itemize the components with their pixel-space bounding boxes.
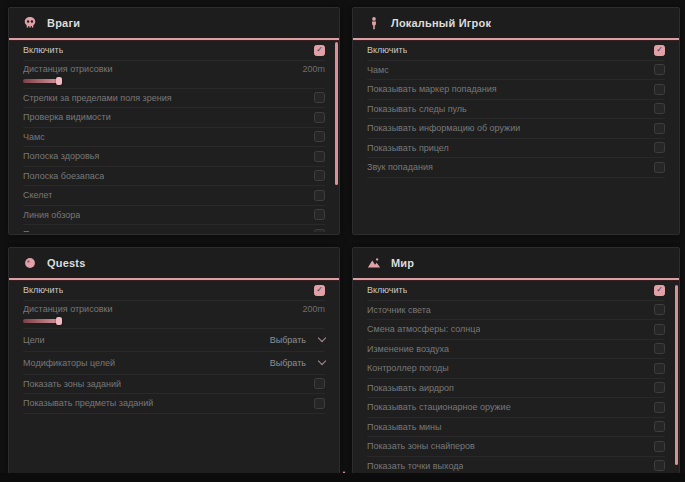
setting-label: Показывать прицел bbox=[367, 143, 449, 153]
setting-row: Показать зоны заданий bbox=[23, 375, 325, 395]
setting-label: Проверка видимости bbox=[23, 112, 111, 122]
setting-row: Линия обзора bbox=[23, 206, 325, 226]
bottom-strip bbox=[0, 473, 685, 482]
setting-row-slider: Дистанция отрисовки200m bbox=[23, 301, 325, 329]
distance-slider[interactable] bbox=[23, 79, 123, 83]
setting-row-select: ЦелиВыбрать bbox=[23, 329, 325, 352]
checkbox[interactable] bbox=[654, 103, 665, 114]
skull-icon bbox=[23, 16, 37, 30]
checkbox[interactable] bbox=[654, 363, 665, 374]
checkbox[interactable]: ✓ bbox=[654, 285, 665, 296]
slider-value: 200m bbox=[302, 304, 325, 314]
panel-local-player-header: Локальный Игрок bbox=[353, 8, 679, 40]
setting-row: Стрелки за пределами поля зрения bbox=[23, 89, 325, 109]
checkbox[interactable] bbox=[314, 151, 325, 162]
setting-label: Цели bbox=[23, 335, 45, 345]
panel-title: Мир bbox=[391, 257, 414, 269]
slider-thumb[interactable] bbox=[56, 317, 62, 325]
setting-row: Показывать мины bbox=[367, 418, 665, 438]
slider-value: 200m bbox=[302, 64, 325, 74]
setting-row: Показать точки выхода bbox=[367, 457, 665, 473]
checkbox[interactable] bbox=[654, 382, 665, 393]
checkbox[interactable] bbox=[314, 92, 325, 103]
checkbox[interactable] bbox=[314, 190, 325, 201]
checkbox[interactable] bbox=[654, 304, 665, 315]
setting-label: Показать точки выхода bbox=[367, 461, 463, 471]
checkbox[interactable] bbox=[654, 162, 665, 173]
setting-label: Показывать предметы заданий bbox=[23, 398, 153, 408]
setting-row: Показывать маркер попадания bbox=[367, 80, 665, 100]
panel-quests: Quests Включить✓Дистанция отрисовки200mЦ… bbox=[8, 247, 340, 475]
setting-label: Чамс bbox=[367, 65, 389, 75]
setting-label: Звук попадания bbox=[367, 162, 433, 172]
setting-row: Показывать следы пуль bbox=[367, 100, 665, 120]
checkbox[interactable] bbox=[314, 170, 325, 181]
setting-label: Чамс bbox=[23, 132, 45, 142]
checkbox[interactable]: ✓ bbox=[314, 45, 325, 56]
setting-label: Включить bbox=[367, 45, 407, 55]
checkbox[interactable] bbox=[314, 112, 325, 123]
checkbox[interactable] bbox=[654, 441, 665, 452]
select-dropdown[interactable]: Выбрать bbox=[270, 335, 325, 345]
setting-label: Показывать информацию об оружии bbox=[367, 123, 520, 133]
checkbox[interactable] bbox=[654, 324, 665, 335]
checkbox[interactable] bbox=[654, 343, 665, 354]
setting-label: Линия обзора bbox=[23, 210, 80, 220]
setting-row: Звук попадания bbox=[367, 158, 665, 178]
checkbox[interactable]: ✓ bbox=[654, 45, 665, 56]
panel-enemies: Враги Включить✓Дистанция отрисовки200mСт… bbox=[8, 7, 340, 235]
distance-slider[interactable] bbox=[23, 319, 123, 323]
setting-row: Чамс bbox=[367, 61, 665, 81]
panel-world-rows: Включить✓Источник светаСмена атмосферы: … bbox=[353, 281, 679, 472]
checkbox[interactable] bbox=[654, 421, 665, 432]
panel-title: Локальный Игрок bbox=[391, 17, 491, 29]
panel-local-player: Локальный Игрок Включить✓ЧамсПоказывать … bbox=[352, 7, 680, 235]
panel-enemies-header: Враги bbox=[9, 8, 339, 40]
scrollbar[interactable] bbox=[675, 285, 678, 465]
select-value: Выбрать bbox=[270, 335, 306, 345]
mountains-icon bbox=[367, 256, 381, 270]
setting-row-slider: Дистанция отрисовки200m bbox=[23, 61, 325, 89]
checkbox[interactable] bbox=[654, 84, 665, 95]
setting-row: Проверка видимости bbox=[23, 108, 325, 128]
checkbox[interactable] bbox=[314, 398, 325, 409]
setting-row: Изменение воздуха bbox=[367, 340, 665, 360]
setting-label: Показывать следы пуль bbox=[367, 104, 467, 114]
setting-row: Скелет bbox=[23, 186, 325, 206]
setting-label: Источник света bbox=[367, 305, 431, 315]
panel-world-header: Мир bbox=[353, 248, 679, 280]
chevron-down-icon bbox=[318, 334, 326, 342]
select-value: Выбрать bbox=[270, 358, 306, 368]
person-icon bbox=[367, 16, 381, 30]
checkbox[interactable] bbox=[654, 460, 665, 471]
slider-fill bbox=[23, 79, 59, 83]
checkbox[interactable] bbox=[314, 378, 325, 389]
checkbox[interactable]: ✓ bbox=[314, 285, 325, 296]
setting-row: Источник света bbox=[367, 301, 665, 321]
setting-label: Показать зоны заданий bbox=[23, 379, 121, 389]
checkbox[interactable] bbox=[314, 209, 325, 220]
checkbox[interactable] bbox=[654, 142, 665, 153]
setting-label: Контроллер погоды bbox=[367, 363, 449, 373]
setting-label: Модификаторы целей bbox=[23, 358, 115, 368]
setting-row: Включить✓ bbox=[23, 281, 325, 301]
select-dropdown[interactable]: Выбрать bbox=[270, 358, 325, 368]
scrollbar[interactable] bbox=[335, 42, 338, 185]
setting-label: Полоска здоровья bbox=[23, 151, 99, 161]
slider-thumb[interactable] bbox=[56, 77, 62, 85]
panel-enemies-rows: Включить✓Дистанция отрисовки200mСтрелки … bbox=[9, 41, 339, 232]
setting-label: Полоска боезапаса bbox=[23, 171, 104, 181]
checkbox[interactable] bbox=[654, 64, 665, 75]
checkbox[interactable] bbox=[654, 402, 665, 413]
setting-label: Показать зоны снайперов bbox=[367, 441, 475, 451]
checkbox[interactable] bbox=[654, 123, 665, 134]
checkbox[interactable] bbox=[314, 229, 325, 232]
checkbox[interactable] bbox=[314, 131, 325, 142]
setting-label: Дистанция отрисовки bbox=[23, 304, 113, 314]
setting-label: Смена атмосферы: солнца bbox=[367, 324, 480, 334]
setting-row: Показывать следы пуль bbox=[23, 225, 325, 232]
chevron-down-icon bbox=[318, 357, 326, 365]
setting-label: Показывать аирдроп bbox=[367, 383, 454, 393]
setting-label: Показывать маркер попадания bbox=[367, 84, 497, 94]
setting-row: Показывать информацию об оружии bbox=[367, 119, 665, 139]
